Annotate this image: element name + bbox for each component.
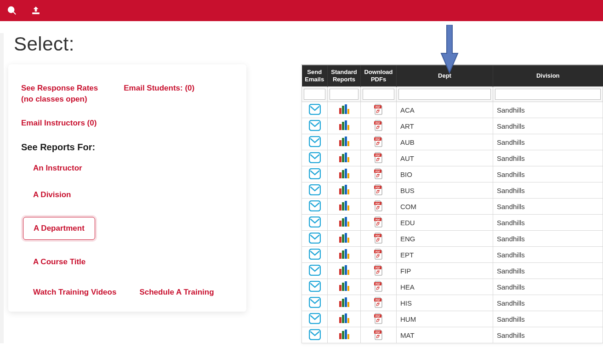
email-icon[interactable] [309, 334, 321, 341]
email-icon[interactable] [309, 125, 321, 132]
email-icon[interactable] [309, 237, 321, 245]
svg-rect-80 [309, 281, 320, 291]
cell-division[interactable]: Sandhills [493, 279, 603, 295]
pdf-icon[interactable]: PDF [374, 173, 384, 181]
email-students-link[interactable]: Email Students: (0) [124, 83, 194, 105]
pdf-icon[interactable]: PDF [374, 141, 384, 148]
bar-chart-icon[interactable] [339, 140, 350, 148]
bar-chart-icon[interactable] [339, 269, 350, 277]
cell-dept[interactable]: COM [397, 199, 493, 215]
col-standard-reports[interactable]: Standard Reports [328, 65, 361, 87]
email-icon[interactable] [309, 301, 321, 309]
search-icon[interactable] [6, 4, 18, 17]
cell-dept[interactable]: HEA [397, 279, 493, 295]
pdf-icon[interactable]: PDF [374, 318, 384, 325]
pdf-icon[interactable]: PDF [374, 189, 384, 197]
cell-dept[interactable]: EDU [397, 215, 493, 231]
col-download-pdfs[interactable]: Download PDFs [361, 65, 397, 87]
cell-division[interactable]: Sandhills [493, 327, 603, 343]
cell-dept[interactable]: BUS [397, 182, 493, 199]
col-dept[interactable]: Dept [397, 65, 493, 87]
bar-chart-icon[interactable] [339, 172, 350, 180]
pdf-icon[interactable]: PDF [374, 334, 384, 341]
bar-chart-icon[interactable] [339, 301, 350, 309]
cell-dept[interactable]: ENG [397, 231, 493, 247]
email-icon[interactable] [309, 108, 321, 116]
cell-dept[interactable]: AUT [397, 150, 493, 166]
email-icon[interactable] [309, 205, 321, 213]
pdf-icon[interactable]: PDF [374, 253, 384, 261]
pdf-icon[interactable]: PDF [374, 269, 384, 277]
watch-training-link[interactable]: Watch Training Videos [33, 287, 116, 298]
email-icon[interactable] [309, 157, 321, 165]
email-icon[interactable] [309, 221, 321, 229]
cell-dept[interactable]: BIO [397, 166, 493, 182]
col-division[interactable]: Division [493, 65, 603, 87]
cell-dept[interactable]: ACA [397, 102, 493, 118]
cell-division[interactable]: Sandhills [493, 311, 603, 327]
bar-chart-icon[interactable] [339, 237, 350, 245]
nav-an-instructor[interactable]: An Instructor [33, 164, 233, 173]
department-table: Send Emails Standard Reports Download PD… [302, 65, 603, 343]
cell-division[interactable]: Sandhills [493, 150, 603, 166]
filter-dept[interactable] [398, 89, 491, 100]
bar-chart-icon[interactable] [339, 221, 350, 228]
col-send-emails[interactable]: Send Emails [302, 65, 328, 87]
nav-a-course-title[interactable]: A Course Title [33, 257, 233, 267]
cell-dept[interactable]: HUM [397, 311, 493, 327]
bar-chart-icon[interactable] [339, 188, 350, 196]
email-icon[interactable] [309, 189, 321, 197]
email-icon[interactable] [309, 285, 321, 293]
bar-chart-icon[interactable] [339, 285, 350, 293]
cell-dept[interactable]: AUB [397, 134, 493, 150]
svg-rect-6 [345, 104, 347, 114]
filter-send-emails[interactable] [304, 89, 325, 100]
email-icon[interactable] [309, 173, 321, 181]
pdf-icon[interactable]: PDF [374, 125, 384, 132]
cell-division[interactable]: Sandhills [493, 295, 603, 311]
cell-dept[interactable]: EPT [397, 247, 493, 263]
cell-division[interactable]: Sandhills [493, 182, 603, 199]
cell-division[interactable]: Sandhills [493, 166, 603, 182]
cell-division[interactable]: Sandhills [493, 231, 603, 247]
cell-division[interactable]: Sandhills [493, 199, 603, 215]
bar-chart-icon[interactable] [339, 205, 350, 212]
cell-division[interactable]: Sandhills [493, 118, 603, 134]
cell-dept[interactable]: FIP [397, 263, 493, 279]
bar-chart-icon[interactable] [339, 317, 350, 325]
email-icon[interactable] [309, 318, 321, 325]
cell-division[interactable]: Sandhills [493, 102, 603, 118]
cell-division[interactable]: Sandhills [493, 247, 603, 263]
bar-chart-icon[interactable] [339, 333, 350, 341]
nav-a-department[interactable]: A Department [23, 217, 95, 240]
filter-division[interactable] [495, 89, 601, 100]
cell-division[interactable]: Sandhills [493, 263, 603, 279]
bar-chart-icon[interactable] [339, 156, 350, 164]
cell-division[interactable]: Sandhills [493, 134, 603, 150]
pdf-icon[interactable]: PDF [374, 237, 384, 245]
upload-icon[interactable] [29, 4, 42, 17]
pdf-icon[interactable]: PDF [374, 157, 384, 165]
filter-standard-reports[interactable] [330, 89, 358, 100]
pdf-icon[interactable]: PDF [374, 205, 384, 213]
cell-dept[interactable]: ART [397, 118, 493, 134]
svg-rect-70 [347, 254, 349, 259]
email-instructors-link[interactable]: Email Instructors (0) [21, 118, 233, 129]
pdf-icon[interactable]: PDF [374, 285, 384, 293]
email-icon[interactable] [309, 269, 321, 277]
nav-a-division[interactable]: A Division [33, 190, 233, 199]
bar-chart-icon[interactable] [339, 124, 350, 132]
cell-dept[interactable]: HIS [397, 295, 493, 311]
bar-chart-icon[interactable] [339, 253, 350, 261]
email-icon[interactable] [309, 253, 321, 261]
schedule-training-link[interactable]: Schedule A Training [139, 287, 214, 298]
see-response-rates-link[interactable]: See Response Rates (no classes open) [21, 83, 98, 105]
bar-chart-icon[interactable] [339, 108, 350, 116]
filter-download-pdfs[interactable] [363, 89, 394, 100]
pdf-icon[interactable]: PDF [374, 301, 384, 309]
pdf-icon[interactable]: PDF [374, 108, 384, 116]
email-icon[interactable] [309, 141, 321, 148]
pdf-icon[interactable]: PDF [374, 221, 384, 229]
cell-division[interactable]: Sandhills [493, 215, 603, 231]
cell-dept[interactable]: MAT [397, 327, 493, 343]
